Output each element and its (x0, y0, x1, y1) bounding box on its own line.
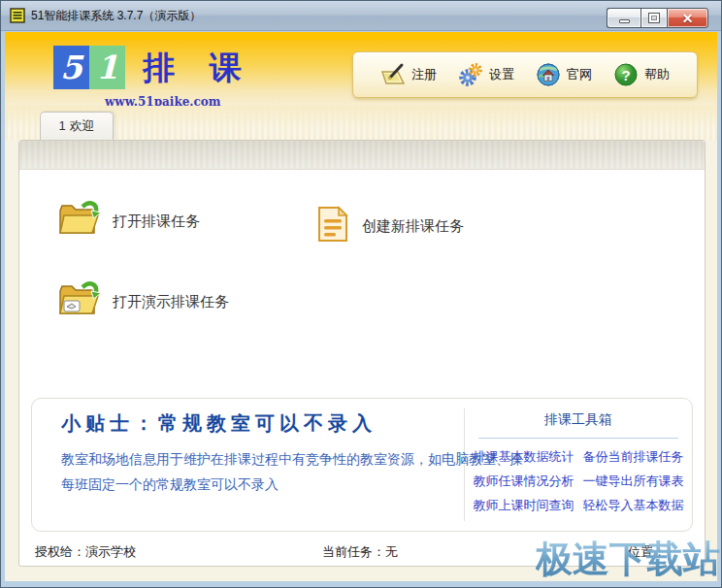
tips-title: 小贴士：常规教室可以不录入 (61, 410, 377, 437)
open-demo-folder-icon (56, 279, 101, 324)
toolbox-link-teacher-analysis[interactable]: 教师任课情况分析 (469, 473, 578, 490)
open-demo-task-button[interactable]: 打开演示排课任务 (56, 279, 229, 324)
status-licensed-to: 授权给：演示学校 (35, 539, 136, 566)
window-title: 51智能排课系统 3.7.7（演示版） (31, 8, 201, 24)
create-task-button[interactable]: 创建新排课任务 (315, 205, 464, 247)
logo-digit-5: 5 (53, 46, 89, 89)
register-pen-icon (380, 62, 406, 87)
minimize-button[interactable] (607, 8, 640, 28)
svg-text:?: ? (621, 67, 630, 83)
window-controls: ✕ (607, 8, 708, 28)
open-task-button[interactable]: 打开排课任务 (56, 199, 200, 244)
create-task-label: 创建新排课任务 (362, 217, 464, 236)
register-label: 注册 (411, 66, 437, 83)
client-area: 5 1 排 课 www.51paike.com 注册 (5, 32, 717, 581)
title-bar[interactable]: 51智能排课系统 3.7.7（演示版） ✕ (1, 1, 721, 31)
tips-and-toolbox-box: 小贴士：常规教室可以不录入 教室和场地信息用于维护在排课过程中有竞争性的教室资源… (31, 398, 693, 532)
header-toolbar: 注册 设置 (352, 51, 698, 98)
open-demo-task-label: 打开演示排课任务 (113, 293, 229, 311)
app-logo: 5 1 排 课 (53, 46, 253, 89)
website-globe-icon (536, 62, 561, 87)
toolbox-link-backup-task[interactable]: 备份当前排课任务 (578, 448, 688, 466)
logo-brand-text: 排 课 (143, 46, 253, 89)
register-button[interactable]: 注册 (380, 62, 437, 87)
minimize-icon (619, 19, 630, 23)
header: 5 1 排 课 www.51paike.com 注册 (5, 40, 717, 106)
toolbox-separator (478, 438, 678, 439)
toolbox-title: 排课工具箱 (465, 411, 692, 429)
panel-top-strip (19, 141, 705, 170)
status-current-task: 当前任务：无 (322, 539, 398, 566)
close-icon: ✕ (682, 12, 694, 25)
app-window: 51智能排课系统 3.7.7（演示版） ✕ 5 1 排 课 www.51paik… (0, 0, 722, 588)
website-label: 官网 (567, 66, 592, 83)
main-panel: 打开排课任务 创建新排课任务 (18, 140, 706, 567)
close-button[interactable]: ✕ (667, 8, 708, 28)
toolbox-link-import-data[interactable]: 轻松导入基本数据 (578, 497, 688, 514)
tips-line-1: 教室和场地信息用于维护在排课过程中有竞争性的教室资源，如电脑教室、操 (61, 451, 523, 469)
maximize-icon (649, 14, 659, 22)
website-button[interactable]: 官网 (536, 62, 592, 87)
new-document-icon (315, 205, 350, 247)
toolbox-link-export-timetables[interactable]: 一键导出所有课表 (578, 473, 688, 490)
tips-line-2: 每班固定一个的常规教室可以不录入 (61, 476, 279, 494)
help-label: 帮助 (644, 66, 670, 83)
tab-welcome[interactable]: 1 欢迎 (40, 112, 114, 140)
maximize-button[interactable] (640, 8, 667, 28)
help-button[interactable]: ? 帮助 (613, 62, 670, 87)
open-task-label: 打开排课任务 (113, 212, 200, 231)
tab-strip: 1 欢迎 (5, 106, 717, 140)
settings-label: 设置 (489, 66, 514, 83)
app-icon (10, 8, 25, 23)
settings-gears-icon (458, 62, 483, 87)
tab-welcome-label: 1 欢迎 (59, 117, 95, 135)
gold-accent-strip (5, 32, 717, 40)
help-question-icon: ? (613, 62, 639, 87)
settings-button[interactable]: 设置 (458, 62, 514, 87)
open-folder-icon (56, 199, 101, 244)
logo-digit-1: 1 (89, 46, 125, 89)
watermark-text: 极速下载站 (536, 535, 720, 584)
toolbox-link-teacher-time-query[interactable]: 教师上课时间查询 (469, 497, 578, 514)
